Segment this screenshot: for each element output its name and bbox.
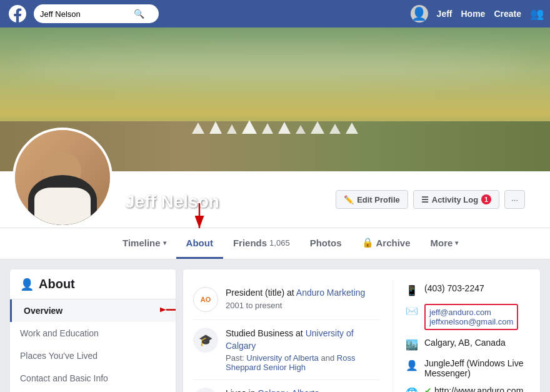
email-primary[interactable]: jeff@anduro.com [429,308,513,317]
work-main-text: President (title) at Anduro Marketing [226,287,380,299]
activity-badge: 1 [481,194,491,204]
graduation-cap-icon: 🎓 [193,328,218,353]
nav-user-name[interactable]: Jeff [437,9,452,19]
list-icon: ☰ [421,195,429,204]
ualberta-link[interactable]: University of Alberta [246,353,319,363]
phone-icon: 📱 [406,284,418,296]
tab-friends[interactable]: Friends 1,065 [223,228,300,259]
tab-timeline-label: Timeline [122,238,161,248]
avatar-image [15,130,110,225]
overview-label: Overview [24,306,62,316]
search-bar[interactable]: 🔍 [34,4,159,23]
nav-create-link[interactable]: Create [494,9,521,19]
about-title: About [39,277,75,291]
facebook-logo[interactable] [6,3,29,25]
profile-name-area: Jeff Nelson ✏️ Edit Profile ☰ Activity L… [112,184,538,228]
location-info-row: 📍 Lives in Calgary, Alberta From Kampala… [193,380,380,392]
email-box: jeff@anduro.com jeffxnelson@gmail.com [424,304,518,330]
tab-about-label: About [186,238,213,248]
overview-right-col: 📱 (403) 703-2247 ✉️ jeff@anduro.com jeff… [392,279,530,392]
calgary-link[interactable]: Calgary, Alberta [258,388,319,392]
dots-icon: ··· [511,195,518,204]
profile-name: Jeff Nelson [125,192,219,218]
main-content: 👤 About Overview [0,269,550,392]
work-info-row: AO President (title) at Anduro Marketing… [193,279,380,320]
city-icon: 🏙️ [406,339,418,351]
location-main-text: Lives in Calgary, Alberta [226,388,380,392]
education-main-text: Studied Business at University of Calgar… [226,328,380,352]
sidebar-item-family[interactable]: Family and Relationships [10,389,176,392]
anduro-text: AO [201,296,211,303]
profile-avatar [12,128,112,228]
phone-number: (403) 703-2247 [424,283,484,293]
about-main-content: AO President (title) at Anduro Marketing… [183,269,540,392]
map-pin-icon: 📍 [193,388,218,392]
overview-left-col: AO President (title) at Anduro Marketing… [193,279,380,392]
tab-archive-label: Archive [376,238,411,248]
website-url[interactable]: ✔ http://www.anduro.com [424,386,523,392]
globe-icon: 🌐 [406,387,418,392]
website-contact-item: 🌐 ✔ http://www.anduro.com [406,382,530,392]
person-silhouette-icon: 👤 [20,278,34,291]
ucalgary-link[interactable]: University of Calgary [226,328,354,351]
nav-right-area: 👤 Jeff Home Create 👥 [411,5,544,23]
more-chevron-icon: ▾ [455,239,458,246]
tab-more[interactable]: More ▾ [421,228,469,259]
profile-tabs: Timeline ▾ About Friends 1,065 [0,228,550,259]
places-lived-label: Places You've Lived [20,351,98,361]
tab-photos[interactable]: Photos [300,228,352,259]
work-education-label: Work and Education [20,328,99,338]
city-text: Calgary, AB, Canada [424,338,506,348]
email-contact-item: ✉️ jeff@anduro.com jeffxnelson@gmail.com [406,300,530,334]
about-section-header: 👤 About [10,269,176,299]
nav-home-link[interactable]: Home [461,9,486,19]
location-info-content: Lives in Calgary, Alberta From Kampala, … [226,388,380,392]
sidebar-item-work[interactable]: Work and Education [10,322,176,344]
activity-log-label: Activity Log [432,195,478,204]
email-icon: ✉️ [406,305,418,317]
tab-friends-label: Friends [233,238,267,248]
tab-about[interactable]: About [176,228,223,259]
messenger-icon: 👤 [406,359,418,371]
profile-actions: ✏️ Edit Profile ☰ Activity Log 1 ··· [336,190,525,218]
cap-symbol: 🎓 [199,333,212,347]
tab-photos-label: Photos [310,238,342,248]
sidebar-item-overview[interactable]: Overview [10,299,176,322]
contact-info-label: Contact and Basic Info [20,373,108,383]
edit-profile-label: Edit Profile [357,195,400,204]
anduro-marketing-link[interactable]: Anduro Marketing [296,288,366,298]
friends-count: 1,065 [269,238,290,248]
tab-more-label: More [431,238,453,248]
profile-cover-wrapper: Jeff Nelson ✏️ Edit Profile ☰ Activity L… [0,28,550,259]
about-card: 👤 About Overview [10,269,176,392]
work-sub-text: 2001 to present [226,301,380,310]
tab-archive[interactable]: 🔒 Archive [352,228,421,259]
search-input[interactable] [40,9,134,19]
tab-timeline[interactable]: Timeline ▾ [112,228,176,259]
phone-contact-item: 📱 (403) 703-2247 [406,279,530,300]
person-shirt [34,188,91,225]
overview-two-col: AO President (title) at Anduro Marketing… [193,279,530,392]
email-secondary[interactable]: jeffxnelson@gmail.com [429,317,513,326]
overview-arrow [160,301,176,321]
more-options-button[interactable]: ··· [504,190,525,209]
education-sub-text: Past: University of Alberta and Ross She… [226,353,380,372]
messenger-text: JungleJeff (Windows Live Messenger) [424,358,530,378]
sidebar-item-contact[interactable]: Contact and Basic Info [10,367,176,389]
about-sidebar: 👤 About Overview [10,269,176,392]
sidebar-item-places[interactable]: Places You've Lived [10,344,176,367]
nav-avatar[interactable]: 👤 [411,5,428,23]
activity-log-button[interactable]: ☰ Activity Log 1 [413,190,499,209]
search-icon: 🔍 [134,9,144,19]
messenger-contact-item: 👤 JungleJeff (Windows Live Messenger) [406,354,530,382]
pencil-icon: ✏️ [344,195,354,204]
verified-icon: ✔ [424,386,432,392]
edit-profile-button[interactable]: ✏️ Edit Profile [336,190,408,209]
profile-cover: Jeff Nelson ✏️ Edit Profile ☰ Activity L… [0,28,550,228]
people-icon[interactable]: 👥 [530,7,544,21]
profile-info-bar: Jeff Nelson ✏️ Edit Profile ☰ Activity L… [0,171,550,228]
top-navigation: 🔍 👤 Jeff Home Create 👥 [0,0,550,28]
work-info-content: President (title) at Anduro Marketing 20… [226,287,380,310]
education-info-row: 🎓 Studied Business at University of Calg… [193,320,380,380]
education-info-content: Studied Business at University of Calgar… [226,328,380,372]
